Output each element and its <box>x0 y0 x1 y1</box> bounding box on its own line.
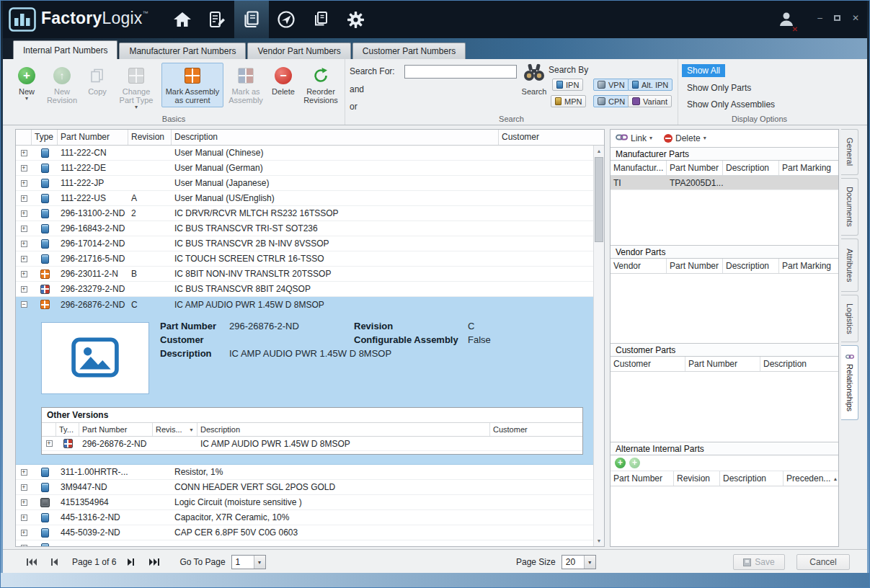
row-expand-toggle[interactable]: + <box>21 484 27 491</box>
page-size-select[interactable]: 20 ▾ <box>561 555 596 569</box>
side-tab-logistics[interactable]: Logistics <box>841 295 858 342</box>
row-expand-toggle[interactable]: + <box>21 530 27 536</box>
maximize-button[interactable] <box>834 15 840 21</box>
column-header[interactable]: Vendor <box>611 259 667 273</box>
go-to-page-select[interactable]: 1 ▾ <box>231 555 266 569</box>
table-row[interactable]: +3M9447-NDCONN HEADER VERT SGL 2POS GOLD <box>16 480 593 495</box>
last-page-button[interactable] <box>146 556 161 568</box>
row-expand-toggle[interactable]: + <box>21 210 27 217</box>
row-expand-toggle[interactable]: + <box>21 499 27 506</box>
table-row[interactable]: +311-1.00HRTR-...Resistor, 1% <box>16 465 593 480</box>
column-header-customer[interactable]: Customer <box>499 130 604 145</box>
tab-internal-part-numbers[interactable]: Internal Part Numbers <box>13 40 117 59</box>
dispatch-icon[interactable] <box>269 1 303 38</box>
table-row[interactable]: +296-21716-5-NDIC TOUCH SCREEN CTRLR 16-… <box>16 251 593 267</box>
filter-mpn[interactable]: MPN <box>551 95 586 107</box>
side-tab-documents[interactable]: Documents <box>841 178 858 236</box>
column-header[interactable]: Description <box>197 423 490 436</box>
row-expand-toggle[interactable]: + <box>21 514 27 521</box>
column-header[interactable]: Part Number <box>79 423 153 436</box>
column-header-description[interactable]: Description <box>172 130 499 145</box>
table-row[interactable]: +445-5039-2-NDCAP CER 6.8PF 50V C0G 0603 <box>16 525 593 540</box>
filter-vpn[interactable]: VPN <box>593 79 629 91</box>
user-account-icon[interactable]: ✕ <box>777 10 796 32</box>
scroll-down-icon[interactable]: ▼ <box>594 535 604 546</box>
add-alternate-part-button[interactable]: + <box>615 458 626 468</box>
scrollbar-thumb[interactable] <box>595 157 603 242</box>
new-button[interactable]: + New ▾ <box>13 63 40 104</box>
column-header[interactable]: Part Number <box>685 357 760 371</box>
column-header[interactable]: Part Number <box>611 471 674 486</box>
side-tab-attributes[interactable]: Attributes <box>841 239 858 292</box>
table-row[interactable]: +111-222-CNUser Manual (Chinese) <box>16 146 593 161</box>
row-expand-toggle[interactable]: − <box>21 301 27 308</box>
column-header[interactable]: Description <box>720 471 784 486</box>
row-expand-toggle[interactable]: + <box>21 271 27 277</box>
documents-icon[interactable] <box>303 1 338 38</box>
tab-customer-part-numbers[interactable]: Customer Part Numbers <box>352 43 466 59</box>
previous-page-button[interactable] <box>48 556 62 568</box>
column-header[interactable]: Customer <box>611 357 685 371</box>
search-button[interactable]: Search <box>517 62 551 96</box>
new-revision-button[interactable]: ↑ New Revision <box>42 63 82 107</box>
show-all-option[interactable]: Show All <box>682 64 725 77</box>
row-expand-toggle[interactable]: + <box>21 150 27 156</box>
table-row[interactable]: +296-16843-2-NDIC BUS TRANSCVR TRI-ST SO… <box>16 221 593 236</box>
scroll-up-icon[interactable]: ▲ <box>594 146 604 156</box>
column-header[interactable]: Part Marking <box>779 161 838 175</box>
work-instructions-icon[interactable] <box>200 1 234 38</box>
column-header[interactable]: Preceden...▲ <box>784 471 838 486</box>
show-only-assemblies-option[interactable]: Show Only Assemblies <box>682 98 780 111</box>
row-expand-toggle[interactable]: + <box>21 469 27 476</box>
tab-vendor-part-numbers[interactable]: Vendor Part Numbers <box>247 43 350 59</box>
cancel-button[interactable]: Cancel <box>796 554 850 570</box>
part-image-placeholder[interactable] <box>41 322 149 394</box>
table-row[interactable]: +296-26876-2-NDIC AMP AUDIO PWR 1.45W D … <box>42 437 582 451</box>
minimize-button[interactable]: – <box>817 14 822 22</box>
table-row[interactable]: +445-1316-2-NDCapacitor, X7R Ceramic, 10… <box>16 510 593 525</box>
first-page-button[interactable] <box>25 556 39 568</box>
table-row[interactable]: +296-23279-2-NDIC BUS TRANSCVR 8BIT 24QS… <box>16 282 593 297</box>
row-expand-toggle[interactable]: + <box>46 440 53 447</box>
filter-ipn[interactable]: IPN <box>552 79 583 91</box>
mark-assembly-as-current-button[interactable]: Mark Assembly as current <box>161 63 223 107</box>
table-row[interactable]: +296-17014-2-NDIC BUS TRANSCVR 2B N-INV … <box>16 236 593 251</box>
column-header[interactable]: Part Number <box>667 259 723 273</box>
row-expand-toggle[interactable]: + <box>21 286 27 293</box>
tab-manufacturer-part-numbers[interactable]: Manufacturer Part Numbers <box>119 43 246 59</box>
mark-as-assembly-button[interactable]: Mark as Assembly <box>225 63 267 107</box>
row-expand-toggle[interactable]: + <box>21 165 27 172</box>
table-row[interactable]: + <box>16 540 593 546</box>
add-alternate-group-button[interactable]: + <box>629 458 640 468</box>
row-expand-toggle[interactable]: + <box>21 241 27 247</box>
table-row[interactable]: +111-222-DEUser Manual (German) <box>16 161 593 176</box>
search-input[interactable] <box>404 65 517 79</box>
column-header[interactable]: Revis...▼ <box>153 423 197 436</box>
part-numbers-icon[interactable] <box>234 1 269 38</box>
change-part-type-button[interactable]: Change Part Type ▾ <box>112 63 160 113</box>
next-page-button[interactable] <box>123 556 138 568</box>
column-header[interactable]: Description <box>723 259 779 273</box>
settings-gear-icon[interactable] <box>338 1 373 38</box>
home-icon[interactable] <box>165 1 200 38</box>
table-row[interactable]: TITPA2005D1... <box>611 176 838 190</box>
reorder-revisions-button[interactable]: Reorder Revisions <box>300 63 342 107</box>
column-header-revision[interactable]: Revision <box>128 130 172 145</box>
vertical-scrollbar[interactable]: ▲ ▼ <box>593 146 604 546</box>
table-row[interactable]: +4151354964Logic Circuit (moisture sensi… <box>16 495 593 510</box>
row-expand-toggle[interactable]: + <box>21 545 27 547</box>
filter-variant[interactable]: Variant <box>628 95 672 107</box>
column-header-part-number[interactable]: Part Number <box>58 130 128 145</box>
save-button[interactable]: Save <box>733 554 785 570</box>
delete-button[interactable]: − Delete <box>268 63 298 99</box>
copy-button[interactable]: Copy <box>84 63 111 99</box>
column-header[interactable]: Description <box>723 161 779 175</box>
table-row[interactable]: +296-13100-2-ND2IC DRVR/RCVR MLTCH RS232… <box>16 206 593 221</box>
column-header[interactable]: Part Marking <box>779 259 838 273</box>
filter-alt-ipn[interactable]: Alt. IPN <box>628 79 673 91</box>
row-expand-toggle[interactable]: + <box>21 195 27 202</box>
column-header[interactable]: Revision <box>674 471 720 486</box>
table-row[interactable]: +296-23011-2-NBIC 8BIT NON-INV TRANSLTR … <box>16 267 593 282</box>
link-button[interactable]: Link ▾ <box>616 133 652 143</box>
column-header[interactable]: Ty... <box>56 423 79 436</box>
